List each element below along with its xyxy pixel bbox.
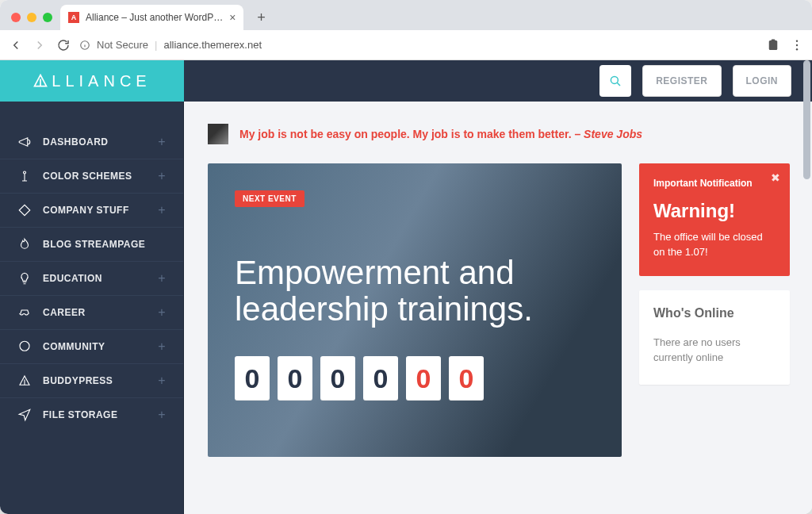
countdown-digit: 0 xyxy=(320,356,355,401)
expand-icon: + xyxy=(158,339,166,354)
scrollbar-thumb[interactable] xyxy=(803,60,810,179)
expand-icon: + xyxy=(158,169,166,183)
tab-title: Alliance – Just another WordP… xyxy=(86,12,223,23)
svg-point-7 xyxy=(796,48,798,50)
browser-tab-strip: A Alliance – Just another WordP… × + xyxy=(0,0,812,30)
security-label: Not Secure xyxy=(97,39,148,51)
sidebar-item-color-schemes[interactable]: COLOR SCHEMES + xyxy=(0,159,183,193)
window-maximize-icon[interactable] xyxy=(43,13,52,22)
megaphone-icon xyxy=(17,135,32,149)
flame-icon xyxy=(17,237,32,251)
kebab-menu-icon[interactable] xyxy=(790,38,804,52)
paper-plane-icon xyxy=(17,408,32,422)
quote-author: Steve Jobs xyxy=(584,128,642,140)
sidebar-item-label: FILE STORAGE xyxy=(43,409,117,420)
sidebar-item-label: BUDDYPRESS xyxy=(43,375,113,386)
countdown-digit: 0 xyxy=(278,356,312,401)
sidebar-item-label: DASHBOARD xyxy=(43,136,109,148)
countdown: 0 0 0 0 0 0 xyxy=(235,356,595,401)
browser-toolbar: Not Secure | alliance.themerex.net xyxy=(0,30,812,60)
sidebar-item-label: CAREER xyxy=(43,307,86,318)
countdown-digit: 0 xyxy=(449,356,484,401)
notification-label: Important Notification xyxy=(653,178,776,189)
card-title: Who's Online xyxy=(653,306,776,320)
info-icon xyxy=(79,40,90,51)
sidebar-item-blog-streampage[interactable]: BLOG STREAMPAGE xyxy=(0,227,183,261)
scrollbar-track[interactable] xyxy=(802,60,810,514)
main-content: My job is not be easy on people. My job … xyxy=(184,102,812,514)
expand-icon: + xyxy=(158,374,166,388)
hero-card: NEXT EVENT Empowerment and leadership tr… xyxy=(208,163,622,457)
hero-title: Empowerment and leadership trainings. xyxy=(235,255,595,328)
triangle-icon xyxy=(17,374,32,388)
sidebar-item-community[interactable]: COMMUNITY + xyxy=(0,329,183,363)
notification-card: ✖ Important Notification Warning! The of… xyxy=(639,163,790,276)
sidebar-item-label: EDUCATION xyxy=(43,273,102,284)
sidebar-item-label: COMPANY STUFF xyxy=(43,205,129,216)
close-icon[interactable]: ✖ xyxy=(771,171,780,184)
sidebar-item-career[interactable]: CAREER + xyxy=(0,295,183,329)
site-logo[interactable]: LLIANCE xyxy=(0,60,184,102)
quote-row: My job is not be easy on people. My job … xyxy=(208,124,790,144)
expand-icon: + xyxy=(158,305,166,320)
sidebar-item-company-stuff[interactable]: COMPANY STUFF + xyxy=(0,193,183,227)
url-text: alliance.themerex.net xyxy=(163,39,262,51)
sidebar-item-buddypress[interactable]: BUDDYPRESS + xyxy=(0,363,183,397)
sidebar-item-education[interactable]: EDUCATION + xyxy=(0,261,183,295)
svg-point-6 xyxy=(796,44,798,45)
search-icon xyxy=(608,74,622,88)
search-button[interactable] xyxy=(599,65,631,97)
login-button[interactable]: LOGIN xyxy=(733,65,792,97)
tab-close-icon[interactable]: × xyxy=(229,11,236,24)
back-button[interactable] xyxy=(8,37,24,53)
countdown-digit: 0 xyxy=(235,356,270,401)
svg-rect-3 xyxy=(769,40,778,50)
sidebar-nav: DASHBOARD + COLOR SCHEMES + COMPANY STUF… xyxy=(0,102,184,514)
quote-text: My job is not be easy on people. My job … xyxy=(239,128,572,140)
svg-point-9 xyxy=(611,76,619,83)
favicon-icon: A xyxy=(68,12,79,23)
sidebar-item-label: BLOG STREAMPAGE xyxy=(43,239,145,250)
svg-point-11 xyxy=(24,171,26,174)
sidebar-item-label: COMMUNITY xyxy=(43,341,105,352)
notification-title: Warning! xyxy=(653,200,776,222)
whos-online-card: Who's Online There are no users currentl… xyxy=(639,290,790,385)
logo-mark-icon xyxy=(33,73,48,89)
register-button[interactable]: REGISTER xyxy=(642,65,721,97)
address-bar[interactable]: Not Secure | alliance.themerex.net xyxy=(79,39,758,51)
reload-button[interactable] xyxy=(56,37,71,53)
svg-point-5 xyxy=(796,40,798,41)
browser-tab[interactable]: A Alliance – Just another WordP… × xyxy=(60,5,243,30)
new-tab-button[interactable]: + xyxy=(250,6,272,29)
card-body: There are no users currently online xyxy=(653,335,776,366)
window-close-icon[interactable] xyxy=(11,13,21,22)
countdown-digit: 0 xyxy=(363,356,398,401)
expand-icon: + xyxy=(158,135,166,149)
brand-text: LLIANCE xyxy=(52,72,151,90)
assignment-icon[interactable] xyxy=(766,38,780,52)
palette-icon xyxy=(17,169,32,183)
svg-rect-4 xyxy=(772,39,776,41)
expand-icon: + xyxy=(158,203,166,217)
expand-icon: + xyxy=(158,408,166,422)
toolbar-extensions xyxy=(766,38,804,52)
sidebar-item-file-storage[interactable]: FILE STORAGE + xyxy=(0,397,183,432)
tag-icon xyxy=(17,203,32,217)
notification-body: The office will be closed on the 1.07! xyxy=(653,230,776,260)
next-event-badge[interactable]: NEXT EVENT xyxy=(235,190,304,207)
forward-button[interactable] xyxy=(32,37,48,53)
site-header: LLIANCE REGISTER LOGIN xyxy=(0,60,812,102)
chat-icon xyxy=(17,339,32,354)
quote-avatar xyxy=(208,124,228,144)
svg-line-10 xyxy=(617,82,620,86)
window-controls xyxy=(8,13,60,30)
sidebar-item-dashboard[interactable]: DASHBOARD + xyxy=(0,125,183,159)
window-minimize-icon[interactable] xyxy=(27,13,36,22)
countdown-digit: 0 xyxy=(406,356,441,401)
quote-separator: – xyxy=(574,128,584,140)
boat-icon xyxy=(17,305,32,320)
expand-icon: + xyxy=(158,271,166,286)
bulb-icon xyxy=(17,271,32,286)
sidebar-item-label: COLOR SCHEMES xyxy=(43,171,132,182)
